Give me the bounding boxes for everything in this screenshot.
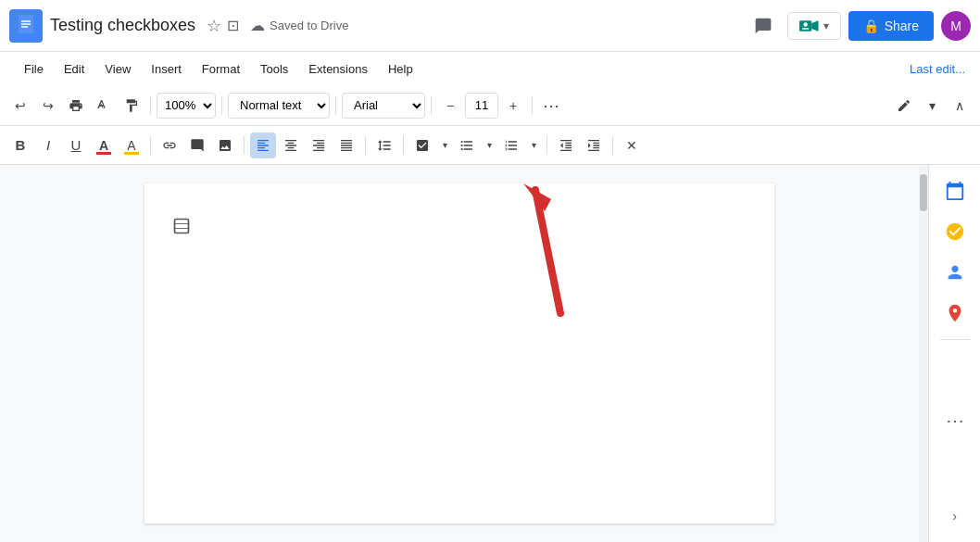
checklist-button[interactable] <box>409 132 435 158</box>
right-sidebar: ⋯ › <box>928 165 980 542</box>
toolbar-main: ↩ ↪ A 100% Normal text Arial − + ⋯ ▾ ∧ <box>0 85 980 126</box>
zoom-select[interactable]: 100% <box>157 93 216 119</box>
divider-2 <box>221 96 222 115</box>
menu-file[interactable]: File <box>15 58 53 80</box>
avatar[interactable]: M <box>941 11 971 41</box>
text-color-button[interactable]: A <box>91 132 117 158</box>
bold-button[interactable]: B <box>7 132 33 158</box>
checklist-dropdown-button[interactable]: ▾ <box>437 132 452 158</box>
sidebar-divider <box>940 339 970 340</box>
doc-title: Testing checkboxes <box>50 16 195 35</box>
text-style-select[interactable]: Normal text <box>228 93 330 119</box>
font-size-input[interactable] <box>465 93 498 119</box>
indent-less-button[interactable] <box>553 132 579 158</box>
svg-rect-7 <box>803 22 807 26</box>
font-size-decrease-button[interactable]: − <box>437 93 463 119</box>
align-left-button[interactable] <box>250 132 276 158</box>
menu-edit[interactable]: Edit <box>55 58 94 80</box>
underline-button[interactable]: U <box>63 132 89 158</box>
paint-format-button[interactable] <box>119 93 144 119</box>
checkbox-icon <box>172 217 191 240</box>
insert-comment-button[interactable] <box>184 132 210 158</box>
print-button[interactable] <box>63 93 89 119</box>
top-bar: Testing checkboxes ☆ ⊡ ☁ Saved to Drive … <box>0 0 980 52</box>
link-button[interactable] <box>157 132 182 158</box>
fmt-divider-2 <box>244 136 245 155</box>
bullet-list-button[interactable] <box>454 132 480 158</box>
highlight-button[interactable]: A <box>119 132 144 158</box>
scrollbar[interactable] <box>919 165 928 542</box>
meet-button[interactable]: ▾ <box>787 12 841 40</box>
star-icon[interactable]: ☆ <box>207 16 221 36</box>
document-area[interactable] <box>0 165 919 542</box>
menu-extensions[interactable]: Extensions <box>299 58 377 80</box>
menu-insert[interactable]: Insert <box>142 58 191 80</box>
top-bar-right: ▾ 🔒 Share M <box>747 9 971 43</box>
saved-status: ☁ Saved to Drive <box>250 17 348 34</box>
numbered-list-button[interactable] <box>498 132 524 158</box>
align-justify-button[interactable] <box>333 132 359 158</box>
svg-rect-8 <box>802 28 809 29</box>
divider-4 <box>431 96 432 115</box>
divider-1 <box>150 96 151 115</box>
toolbar-collapse-button[interactable]: ∧ <box>947 93 973 119</box>
menu-bar: File Edit View Insert Format Tools Exten… <box>0 52 980 85</box>
menu-view[interactable]: View <box>95 58 140 80</box>
fmt-divider-5 <box>547 136 547 155</box>
sidebar-maps-icon[interactable] <box>936 295 974 332</box>
fmt-divider-6 <box>612 136 613 155</box>
svg-marker-6 <box>811 20 818 32</box>
cloud-icon: ☁ <box>250 17 265 34</box>
numbered-dropdown-button[interactable]: ▾ <box>526 132 541 158</box>
undo-button[interactable]: ↩ <box>7 93 33 119</box>
document-page <box>144 183 774 523</box>
align-right-button[interactable] <box>306 132 332 158</box>
menu-help[interactable]: Help <box>379 58 422 80</box>
title-icons: ☆ ⊡ <box>207 16 239 36</box>
italic-button[interactable]: I <box>35 132 61 158</box>
edit-mode-button[interactable] <box>891 93 917 119</box>
folder-icon[interactable]: ⊡ <box>227 17 239 34</box>
sidebar-more-button[interactable]: ⋯ <box>936 402 974 439</box>
saved-label: Saved to Drive <box>270 19 348 32</box>
divider-3 <box>335 96 336 115</box>
content-area: ⋯ › <box>0 165 980 542</box>
more-toolbar-button[interactable]: ⋯ <box>538 93 564 119</box>
toolbar-right: ▾ ∧ <box>891 93 973 119</box>
indent-more-button[interactable] <box>581 132 607 158</box>
line-spacing-button[interactable] <box>371 132 397 158</box>
share-button[interactable]: 🔒 Share <box>848 11 934 41</box>
sidebar-tasks-icon[interactable] <box>936 213 974 250</box>
edit-dropdown-button[interactable]: ▾ <box>919 93 945 119</box>
menu-tools[interactable]: Tools <box>251 58 297 80</box>
redo-button[interactable]: ↪ <box>35 93 61 119</box>
sidebar-expand-button[interactable]: › <box>936 498 974 535</box>
sidebar-contacts-icon[interactable] <box>936 254 974 291</box>
fmt-divider-4 <box>403 136 404 155</box>
font-select[interactable]: Arial <box>342 93 425 119</box>
align-center-button[interactable] <box>278 132 304 158</box>
spell-check-button[interactable]: A <box>91 93 117 119</box>
font-size-increase-button[interactable]: + <box>500 93 526 119</box>
svg-rect-10 <box>175 220 189 233</box>
last-edit-link[interactable]: Last edit... <box>910 62 965 76</box>
doc-icon <box>9 9 43 43</box>
divider-5 <box>532 96 533 115</box>
meet-dropdown-icon: ▾ <box>823 19 829 32</box>
insert-image-button[interactable] <box>212 132 238 158</box>
menu-format[interactable]: Format <box>193 58 249 80</box>
fmt-divider-3 <box>365 136 366 155</box>
bullet-dropdown-button[interactable]: ▾ <box>482 132 496 158</box>
clear-format-button[interactable]: ✕ <box>619 132 645 158</box>
fmt-divider-1 <box>150 136 151 155</box>
sidebar-calendar-icon[interactable] <box>936 172 974 209</box>
format-toolbar: B I U A A ▾ ▾ ▾ <box>0 126 980 165</box>
comment-button[interactable] <box>747 9 780 43</box>
lock-icon: 🔒 <box>863 19 879 33</box>
scrollbar-thumb[interactable] <box>920 174 927 211</box>
